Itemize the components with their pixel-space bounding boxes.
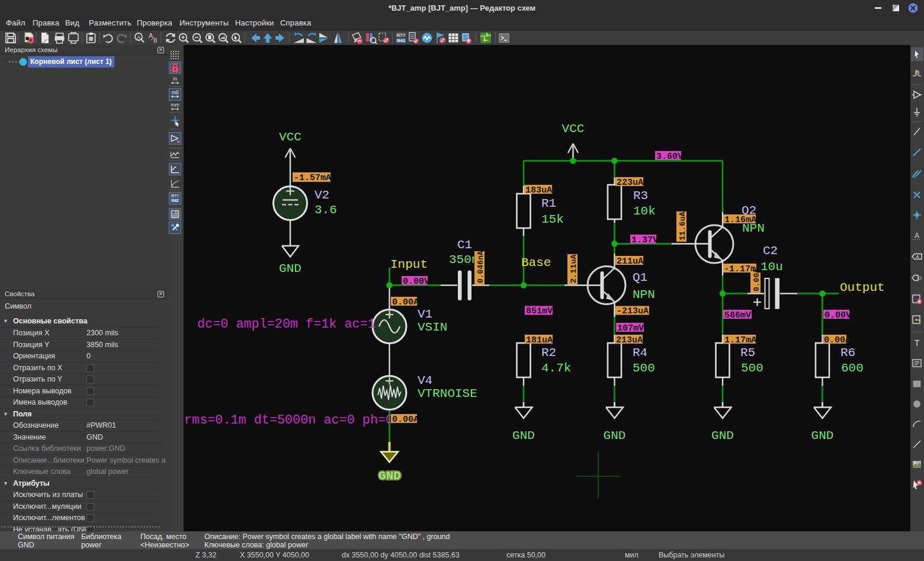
svg-text:1.17mA: 1.17mA: [724, 335, 756, 345]
svg-text:213uA: 213uA: [616, 335, 643, 345]
svg-text:R42: R42: [397, 38, 405, 43]
svg-text:NPN: NPN: [633, 288, 655, 302]
svg-text:A: A: [137, 34, 140, 40]
svg-text:V4: V4: [418, 374, 432, 387]
svg-text:GND: GND: [604, 429, 626, 443]
svg-text:R??: R??: [397, 33, 406, 38]
svg-text:Output: Output: [840, 281, 885, 294]
svg-text:R3: R3: [633, 189, 648, 203]
svg-text:R6: R6: [840, 346, 855, 360]
svg-text:500: 500: [633, 361, 655, 375]
svg-text:mil: mil: [172, 89, 179, 95]
svg-text:0.00A: 0.00A: [392, 297, 419, 307]
svg-text:GND: GND: [279, 262, 301, 275]
svg-text:10k: 10k: [633, 204, 656, 218]
svg-text:2.11uA: 2.11uA: [569, 254, 578, 283]
svg-text:586mV: 586mV: [724, 310, 751, 320]
svg-text:0.00V: 0.00V: [824, 310, 851, 320]
svg-text:211uA: 211uA: [617, 257, 643, 267]
svg-text:15k: 15k: [541, 213, 564, 226]
svg-text:GND: GND: [378, 469, 401, 483]
svg-text:4.7k: 4.7k: [541, 361, 571, 375]
svg-text:GND: GND: [711, 429, 734, 443]
svg-text:R2: R2: [541, 346, 556, 360]
svg-text:C2: C2: [763, 244, 778, 258]
svg-text:1.16mA: 1.16mA: [724, 215, 756, 225]
svg-text:3.6: 3.6: [315, 203, 337, 217]
svg-text:C1: C1: [457, 238, 472, 252]
svg-text:V2: V2: [315, 188, 329, 202]
svg-text:600: 600: [841, 361, 864, 375]
svg-text:mm: mm: [171, 102, 179, 108]
svg-text:R??: R??: [171, 194, 179, 198]
svg-text:107mV: 107mV: [617, 323, 644, 334]
svg-text:181uA: 181uA: [526, 335, 553, 345]
svg-text:11.6uA: 11.6uA: [678, 211, 687, 241]
svg-text:0.046nA: 0.046nA: [476, 251, 485, 283]
svg-text:VSIN: VSIN: [418, 320, 447, 334]
svg-text:dc=0 ampl=20m f=1k ac=1: dc=0 ampl=20m f=1k ac=1: [197, 317, 376, 332]
svg-text:B: B: [153, 37, 158, 44]
svg-text:V1: V1: [418, 307, 432, 321]
svg-text:VCC: VCC: [562, 122, 585, 136]
svg-text:0.00V: 0.00V: [403, 277, 429, 287]
svg-text:0.00A: 0.00A: [824, 335, 851, 345]
svg-text:Q1: Q1: [633, 271, 647, 284]
svg-text:223uA: 223uA: [617, 178, 643, 188]
svg-text:3.60V: 3.60V: [656, 152, 683, 162]
svg-text:-213uA: -213uA: [617, 306, 649, 316]
svg-text:VTRNOISE: VTRNOISE: [418, 387, 477, 400]
svg-text:GND: GND: [811, 429, 834, 443]
svg-text:1.37V: 1.37V: [631, 235, 658, 245]
svg-text:GND: GND: [512, 429, 535, 443]
svg-text:O: O: [918, 275, 922, 281]
svg-text:Base: Base: [521, 256, 551, 270]
svg-text:0.00A: 0.00A: [392, 415, 419, 425]
svg-text:0.00A: 0.00A: [752, 268, 761, 291]
svg-text:Input: Input: [390, 258, 428, 271]
svg-text:183uA: 183uA: [525, 185, 552, 195]
svg-text:in: in: [173, 76, 177, 82]
svg-text:A: A: [916, 254, 919, 259]
svg-text:R42: R42: [172, 198, 179, 203]
svg-text:-1.57mA: -1.57mA: [294, 173, 331, 183]
svg-text:851mV: 851mV: [526, 306, 553, 316]
svg-text:500: 500: [741, 361, 763, 375]
svg-text:R4: R4: [633, 346, 647, 360]
svg-text:R5: R5: [740, 346, 755, 360]
svg-text:rms=0.1m dt=5000n ac=0 ph=0: rms=0.1m dt=5000n ac=0 ph=0: [184, 413, 393, 428]
svg-text:350n: 350n: [449, 253, 479, 267]
svg-text:T: T: [915, 338, 920, 348]
svg-text:A: A: [915, 232, 919, 240]
svg-text:VCC: VCC: [279, 130, 301, 144]
svg-text:10u: 10u: [761, 260, 783, 274]
svg-text:R1: R1: [541, 197, 556, 210]
